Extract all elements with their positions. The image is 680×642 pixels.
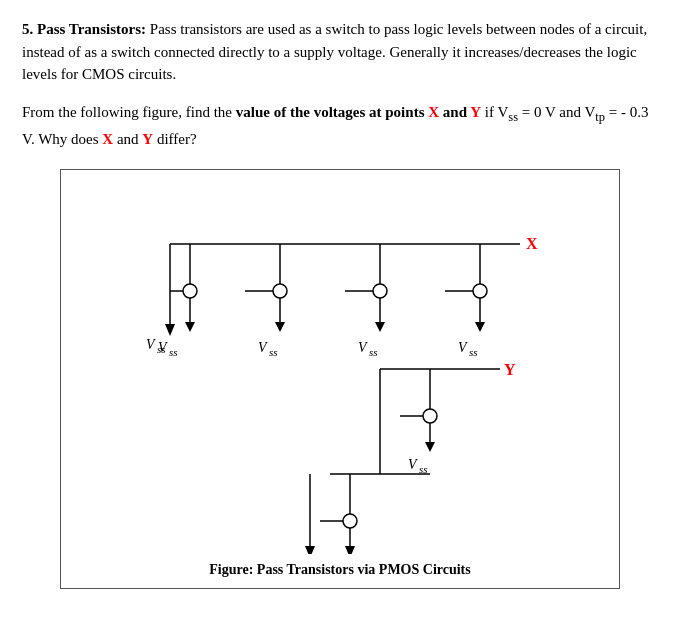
svg-marker-36 <box>425 442 435 452</box>
svg-marker-28 <box>475 322 485 332</box>
y-label-1: Y <box>470 104 481 120</box>
svg-marker-22 <box>375 322 385 332</box>
section-number: 5. <box>22 21 33 37</box>
svg-text:Y: Y <box>504 361 516 378</box>
svg-point-26 <box>473 284 487 298</box>
svg-text:X: X <box>526 235 538 252</box>
svg-text:V: V <box>258 340 268 355</box>
question-block: From the following figure, find the valu… <box>22 100 658 151</box>
svg-point-34 <box>423 409 437 423</box>
svg-text:V: V <box>358 340 368 355</box>
figure-caption: Figure: Pass Transistors via PMOS Circui… <box>71 562 609 578</box>
question-intro: From the following figure, find the <box>22 104 236 120</box>
svg-marker-47 <box>305 546 315 554</box>
and-2: and <box>113 131 142 147</box>
x-label-1: X <box>428 104 439 120</box>
svg-marker-5 <box>185 322 195 332</box>
y-label-2: Y <box>142 131 153 147</box>
svg-text:V: V <box>408 457 418 472</box>
section-title: Pass Transistors: <box>37 21 150 37</box>
text-block: 5. Pass Transistors: Pass transistors ar… <box>22 18 658 86</box>
svg-text:ss: ss <box>269 346 278 358</box>
svg-text:ss: ss <box>369 346 378 358</box>
svg-point-3 <box>183 284 197 298</box>
svg-text:ss: ss <box>419 463 428 475</box>
svg-point-14 <box>273 284 287 298</box>
svg-marker-43 <box>345 546 355 554</box>
differ-text: differ? <box>153 131 196 147</box>
and-conjunction: and <box>443 104 467 120</box>
svg-point-20 <box>373 284 387 298</box>
svg-marker-10 <box>165 324 175 336</box>
svg-text:ss: ss <box>469 346 478 358</box>
figure-container: X V ss V ss V ss V ss <box>60 169 620 589</box>
svg-marker-16 <box>275 322 285 332</box>
x-label-2: X <box>102 131 113 147</box>
svg-point-41 <box>343 514 357 528</box>
question-bold: value of the voltages at points X and Y <box>236 104 481 120</box>
svg-text:V: V <box>458 340 468 355</box>
svg-text:V: V <box>146 337 156 352</box>
svg-text:ss: ss <box>169 346 178 358</box>
svg-text:ss: ss <box>157 343 166 355</box>
circuit-svg: X V ss V ss V ss V ss <box>90 184 590 554</box>
